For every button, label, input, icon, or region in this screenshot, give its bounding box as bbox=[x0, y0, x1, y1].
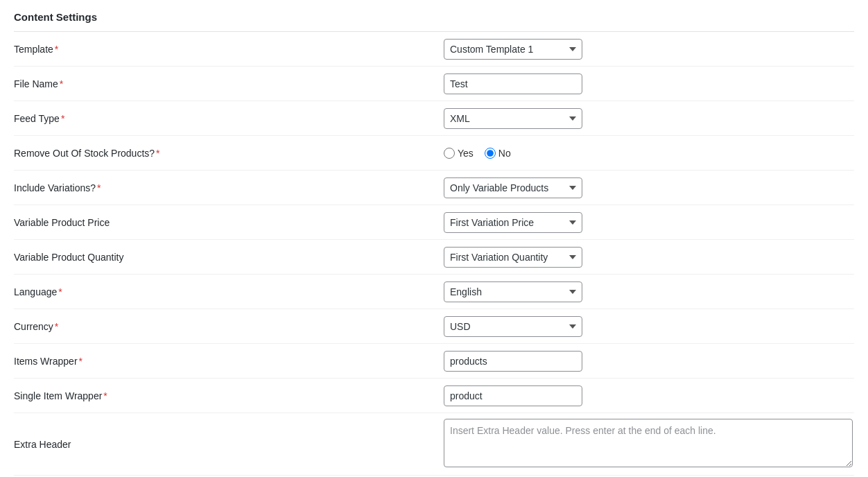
feed-type-label: Feed Type* bbox=[14, 113, 444, 124]
feed-type-row: Feed Type* XML CSV TSV bbox=[14, 101, 854, 136]
feed-type-required: * bbox=[61, 113, 64, 124]
include-variations-label: Include Variations?* bbox=[14, 182, 444, 193]
include-variations-row: Include Variations?* Only Variable Produ… bbox=[14, 171, 854, 205]
currency-select[interactable]: USD EUR GBP bbox=[444, 316, 582, 337]
currency-row: Currency* USD EUR GBP bbox=[14, 309, 854, 344]
template-label: Template* bbox=[14, 44, 444, 55]
single-item-wrapper-label: Single Item Wrapper* bbox=[14, 390, 444, 401]
extra-header-label: Extra Header bbox=[14, 439, 444, 450]
feed-type-control: XML CSV TSV bbox=[444, 108, 854, 129]
template-control: Custom Template 1 Custom Template 2 bbox=[444, 39, 854, 60]
template-select[interactable]: Custom Template 1 Custom Template 2 bbox=[444, 39, 582, 60]
feed-type-select[interactable]: XML CSV TSV bbox=[444, 108, 582, 129]
section-title: Content Settings bbox=[14, 11, 854, 32]
language-row: Language* English French Spanish bbox=[14, 275, 854, 309]
currency-control: USD EUR GBP bbox=[444, 316, 854, 337]
file-name-label: File Name* bbox=[14, 78, 444, 89]
include-variations-control: Only Variable Products All Variations No… bbox=[444, 177, 854, 198]
template-required: * bbox=[55, 44, 58, 55]
items-wrapper-row: Items Wrapper* bbox=[14, 344, 854, 379]
variable-product-price-label: Variable Product Price bbox=[14, 217, 444, 228]
single-item-wrapper-required: * bbox=[103, 390, 107, 401]
remove-out-of-stock-required: * bbox=[156, 148, 159, 159]
remove-out-of-stock-no-label[interactable]: No bbox=[485, 148, 511, 159]
remove-out-of-stock-control: Yes No bbox=[444, 148, 854, 159]
single-item-wrapper-row: Single Item Wrapper* bbox=[14, 379, 854, 413]
file-name-row: File Name* bbox=[14, 67, 854, 101]
language-control: English French Spanish bbox=[444, 281, 854, 302]
remove-out-of-stock-yes-label[interactable]: Yes bbox=[444, 148, 474, 159]
extra-header-row: Extra Header bbox=[14, 413, 854, 476]
remove-out-of-stock-label: Remove Out Of Stock Products?* bbox=[14, 148, 444, 159]
single-item-wrapper-control bbox=[444, 385, 854, 406]
file-name-control bbox=[444, 73, 854, 94]
extra-header-textarea[interactable] bbox=[444, 419, 853, 467]
items-wrapper-required: * bbox=[79, 356, 83, 367]
file-name-required: * bbox=[60, 78, 63, 89]
variable-product-price-control: First Variation Price Min Price Max Pric… bbox=[444, 212, 854, 233]
items-wrapper-input[interactable] bbox=[444, 351, 582, 372]
remove-out-of-stock-no-radio[interactable] bbox=[485, 148, 496, 159]
extra-header-control bbox=[444, 419, 854, 469]
single-item-wrapper-input[interactable] bbox=[444, 385, 582, 406]
language-select[interactable]: English French Spanish bbox=[444, 281, 582, 302]
variable-product-quantity-row: Variable Product Quantity First Variatio… bbox=[14, 240, 854, 275]
variable-product-quantity-control: First Variation Quantity Sum of Quantiti… bbox=[444, 247, 854, 268]
variable-product-quantity-label: Variable Product Quantity bbox=[14, 252, 444, 263]
variable-product-quantity-select[interactable]: First Variation Quantity Sum of Quantiti… bbox=[444, 247, 582, 268]
content-settings-panel: Content Settings Template* Custom Templa… bbox=[0, 0, 868, 477]
remove-out-of-stock-yes-radio[interactable] bbox=[444, 148, 455, 159]
currency-label: Currency* bbox=[14, 321, 444, 332]
variable-product-price-row: Variable Product Price First Variation P… bbox=[14, 205, 854, 240]
variable-product-price-select[interactable]: First Variation Price Min Price Max Pric… bbox=[444, 212, 582, 233]
language-label: Language* bbox=[14, 286, 444, 297]
items-wrapper-label: Items Wrapper* bbox=[14, 356, 444, 367]
remove-out-of-stock-radio-group: Yes No bbox=[444, 148, 854, 159]
currency-required: * bbox=[55, 321, 58, 332]
language-required: * bbox=[58, 286, 62, 297]
include-variations-required: * bbox=[97, 182, 101, 193]
file-name-input[interactable] bbox=[444, 73, 582, 94]
remove-out-of-stock-row: Remove Out Of Stock Products?* Yes No bbox=[14, 136, 854, 171]
items-wrapper-control bbox=[444, 351, 854, 372]
include-variations-select[interactable]: Only Variable Products All Variations No… bbox=[444, 177, 582, 198]
template-row: Template* Custom Template 1 Custom Templ… bbox=[14, 32, 854, 67]
